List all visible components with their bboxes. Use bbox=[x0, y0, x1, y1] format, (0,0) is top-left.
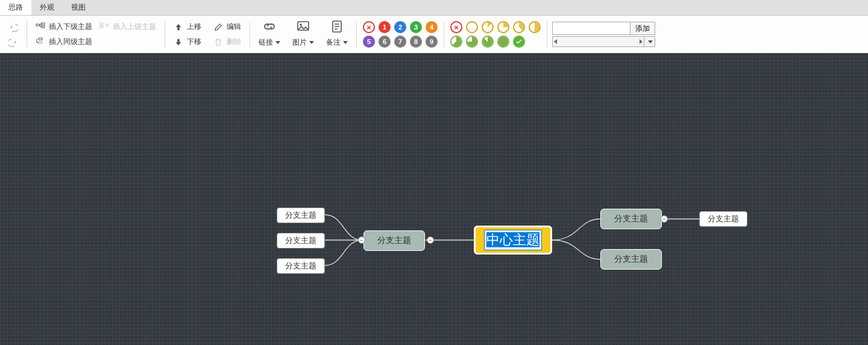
scroll-left-icon[interactable] bbox=[554, 39, 557, 44]
menu-item-appearance[interactable]: 外观 bbox=[31, 0, 63, 15]
sub-node[interactable]: 分支主题 bbox=[699, 211, 747, 227]
link-label: 链接 bbox=[259, 37, 273, 48]
collapse-handle[interactable]: − bbox=[358, 236, 365, 244]
move-up-button[interactable]: 上移 bbox=[171, 20, 204, 34]
resource-input[interactable] bbox=[552, 22, 631, 35]
insert-child-label: 插入下级主题 bbox=[49, 22, 92, 32]
svg-rect-4 bbox=[100, 23, 103, 25]
svg-rect-7 bbox=[39, 42, 42, 43]
priority-9[interactable]: 9 bbox=[426, 36, 438, 48]
chevron-down-icon bbox=[275, 41, 280, 44]
svg-rect-1 bbox=[42, 23, 45, 25]
pencil-icon bbox=[213, 22, 223, 32]
insert-sibling-label: 插入同级主题 bbox=[49, 37, 92, 47]
move-down-button[interactable]: 下移 bbox=[171, 35, 204, 49]
delete-button[interactable]: 删除 bbox=[211, 35, 244, 49]
priority-1[interactable]: 1 bbox=[379, 21, 391, 33]
progress-50[interactable] bbox=[529, 21, 541, 33]
priority-6[interactable]: 6 bbox=[379, 36, 391, 48]
edit-button[interactable]: 编辑 bbox=[211, 20, 244, 34]
center-node-editing[interactable]: 中心主题 bbox=[484, 230, 542, 250]
trash-icon bbox=[213, 37, 223, 47]
resource-dropdown-button[interactable] bbox=[644, 37, 655, 46]
progress-group: × bbox=[447, 19, 544, 49]
scroll-right-icon[interactable] bbox=[640, 39, 643, 44]
undo-button[interactable] bbox=[6, 20, 20, 34]
svg-rect-3 bbox=[105, 24, 108, 26]
chevron-down-icon bbox=[309, 41, 314, 44]
progress-100[interactable] bbox=[497, 36, 509, 48]
progress-38[interactable] bbox=[513, 21, 525, 33]
insert-parent-button[interactable]: 插入上级主题 bbox=[97, 20, 159, 34]
progress-done[interactable] bbox=[513, 36, 525, 48]
menu-bar: 思路 外观 视图 bbox=[0, 0, 868, 16]
main-node-left[interactable]: 分支主题 bbox=[363, 230, 425, 251]
menu-item-idea[interactable]: 思路 bbox=[0, 0, 31, 15]
undo-icon bbox=[8, 22, 18, 32]
insert-parent-icon bbox=[99, 22, 109, 32]
delete-label: 删除 bbox=[227, 37, 241, 47]
move-down-label: 下移 bbox=[187, 37, 201, 47]
note-dropdown[interactable]: 备注 bbox=[324, 35, 350, 49]
link-dropdown[interactable]: 链接 bbox=[256, 35, 283, 49]
priority-8[interactable]: 8 bbox=[410, 36, 422, 48]
chevron-down-icon bbox=[648, 40, 653, 43]
note-label: 备注 bbox=[326, 37, 341, 48]
main-node-right-2[interactable]: 分支主题 bbox=[600, 249, 662, 270]
resource-add-button[interactable]: 添加 bbox=[631, 22, 655, 35]
priority-3[interactable]: 3 bbox=[410, 21, 422, 33]
move-up-label: 上移 bbox=[187, 22, 201, 32]
note-icon[interactable] bbox=[330, 19, 344, 34]
progress-0[interactable] bbox=[466, 21, 478, 33]
progress-63[interactable] bbox=[450, 36, 462, 48]
svg-rect-5 bbox=[100, 26, 103, 28]
main-node-right-1[interactable]: 分支主题 bbox=[600, 209, 662, 229]
progress-25[interactable] bbox=[497, 21, 509, 33]
insert-sibling-icon bbox=[36, 37, 45, 47]
priority-clear[interactable]: × bbox=[363, 21, 375, 33]
collapse-handle[interactable]: − bbox=[427, 236, 434, 244]
center-node[interactable]: 中心主题 bbox=[474, 226, 552, 255]
arrow-up-icon bbox=[174, 22, 183, 32]
chevron-down-icon bbox=[343, 41, 348, 44]
progress-75[interactable] bbox=[466, 36, 478, 48]
resource-dropdown[interactable] bbox=[552, 36, 655, 47]
toolbar: 插入下级主题 插入上级主题 插入同级主题 上移 bbox=[0, 16, 868, 53]
progress-13[interactable] bbox=[482, 21, 494, 33]
arrow-down-icon bbox=[174, 37, 183, 47]
progress-clear[interactable]: × bbox=[450, 21, 462, 33]
svg-rect-2 bbox=[42, 26, 45, 28]
sub-node[interactable]: 分支主题 bbox=[277, 233, 325, 248]
sub-node[interactable]: 分支主题 bbox=[277, 207, 325, 223]
redo-icon bbox=[8, 37, 18, 47]
image-dropdown[interactable]: 图片 bbox=[290, 35, 316, 49]
image-icon[interactable] bbox=[296, 19, 310, 34]
sub-node[interactable]: 分支主题 bbox=[277, 258, 325, 274]
mindmap-canvas[interactable]: 中心主题 分支主题 − − 分支主题 − 分支主题 分支主题 分支主题 分支主题… bbox=[0, 53, 868, 345]
priority-group: × 1234 56789 bbox=[359, 19, 441, 49]
edit-label: 编辑 bbox=[227, 22, 241, 32]
insert-child-icon bbox=[36, 22, 45, 32]
priority-7[interactable]: 7 bbox=[394, 36, 406, 48]
collapse-handle[interactable]: − bbox=[661, 215, 668, 223]
resource-group: 添加 bbox=[550, 19, 658, 49]
menu-item-view[interactable]: 视图 bbox=[63, 0, 94, 15]
svg-rect-6 bbox=[39, 38, 42, 40]
image-label: 图片 bbox=[292, 37, 307, 48]
insert-sibling-button[interactable]: 插入同级主题 bbox=[33, 35, 159, 49]
priority-4[interactable]: 4 bbox=[426, 21, 438, 33]
insert-child-button[interactable]: 插入下级主题 bbox=[33, 20, 95, 34]
insert-parent-label: 插入上级主题 bbox=[113, 22, 156, 32]
svg-point-9 bbox=[300, 24, 302, 26]
svg-rect-0 bbox=[36, 24, 39, 26]
priority-5[interactable]: 5 bbox=[363, 36, 375, 48]
priority-2[interactable]: 2 bbox=[394, 21, 406, 33]
progress-88[interactable] bbox=[482, 36, 494, 48]
link-icon[interactable] bbox=[262, 19, 277, 34]
redo-button[interactable] bbox=[6, 35, 20, 49]
